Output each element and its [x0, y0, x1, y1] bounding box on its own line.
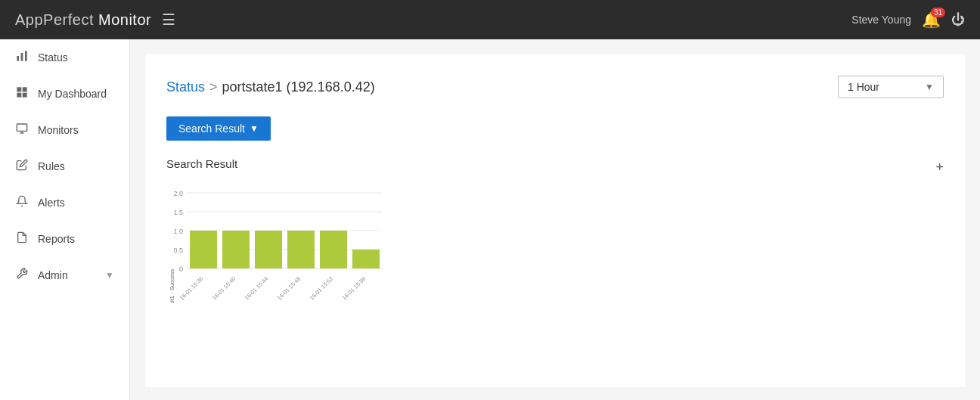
bar-6 [352, 250, 380, 268]
svg-text:16-01 15:36: 16-01 15:36 [178, 275, 205, 302]
dropdown-arrow-icon: ▼ [925, 82, 934, 92]
content-card: Status > portstate1 (192.168.0.42) 1 Hou… [145, 54, 965, 387]
bar-chart-icon [15, 50, 29, 65]
topbar-left: AppPerfect Monitor ☰ [15, 11, 175, 29]
svg-rect-2 [25, 51, 27, 60]
bar-4 [287, 231, 315, 268]
breadcrumb-separator: > [209, 79, 218, 95]
layout: Status My Dashboard Monitors Rules Alert [0, 39, 980, 400]
main-content: Status > portstate1 (192.168.0.42) 1 Hou… [130, 39, 980, 400]
wrench-icon [15, 268, 29, 283]
alerts-bell-icon [15, 195, 29, 210]
app-name-light: AppPerfect [15, 11, 98, 28]
sidebar-label-my-dashboard: My Dashboard [38, 88, 114, 100]
pencil-icon [15, 159, 29, 174]
svg-text:1.5: 1.5 [173, 209, 183, 216]
sidebar-label-alerts: Alerts [38, 197, 114, 209]
app-title: AppPerfect Monitor [15, 11, 151, 29]
sidebar-item-admin[interactable]: Admin ▼ [0, 257, 129, 293]
bar-2 [222, 231, 250, 268]
reports-icon [15, 231, 29, 247]
svg-text:16-01 15:52: 16-01 15:52 [309, 275, 335, 302]
svg-rect-5 [17, 93, 21, 98]
svg-text:Search Result1 - Success: Search Result1 - Success [169, 269, 175, 303]
breadcrumb-current: portstate1 (192.168.0.42) [222, 79, 375, 95]
svg-text:0.5: 0.5 [173, 247, 183, 254]
svg-text:0: 0 [179, 265, 183, 273]
chart-header: Search Result + [166, 157, 944, 178]
svg-rect-3 [17, 87, 21, 91]
bar-3 [255, 231, 282, 268]
notification-badge: 31 [931, 8, 945, 17]
topbar: AppPerfect Monitor ☰ Steve Young 🔔 31 ⏻ [0, 0, 980, 39]
svg-rect-6 [23, 93, 27, 98]
chart-container: 2.0 1.5 1.0 0.5 0 [166, 182, 408, 303]
time-selector-dropdown[interactable]: 1 Hour ▼ [838, 76, 944, 98]
sidebar: Status My Dashboard Monitors Rules Alert [0, 39, 130, 400]
chart-section: Search Result + 2.0 1.5 1.0 0.5 0 [166, 157, 944, 303]
sidebar-item-reports[interactable]: Reports [0, 221, 129, 257]
app-name-bold: Monitor [98, 11, 151, 28]
user-name: Steve Young [851, 14, 911, 26]
breadcrumb: Status > portstate1 (192.168.0.42) [166, 79, 375, 95]
bar-1 [190, 231, 217, 268]
bar-5 [320, 231, 347, 268]
sidebar-label-reports: Reports [38, 233, 114, 245]
sidebar-label-monitors: Monitors [38, 124, 114, 136]
dashboard-icon [15, 86, 29, 101]
sidebar-item-rules[interactable]: Rules [0, 148, 129, 184]
chevron-down-icon: ▼ [105, 270, 114, 281]
menu-icon[interactable]: ☰ [162, 11, 175, 29]
sidebar-item-my-dashboard[interactable]: My Dashboard [0, 76, 129, 112]
svg-rect-1 [21, 53, 23, 61]
search-result-btn-arrow: ▼ [250, 123, 259, 134]
power-icon[interactable]: ⏻ [951, 12, 965, 28]
sidebar-item-alerts[interactable]: Alerts [0, 184, 129, 221]
chart-expand-icon[interactable]: + [935, 160, 944, 175]
sidebar-label-admin: Admin [38, 269, 96, 281]
svg-rect-4 [23, 87, 27, 91]
svg-text:16-01 15:40: 16-01 15:40 [211, 275, 237, 302]
svg-text:16-01 15:56: 16-01 15:56 [341, 275, 368, 302]
search-result-btn-label: Search Result [178, 122, 245, 135]
notifications-button[interactable]: 🔔 31 [922, 11, 941, 29]
svg-rect-7 [17, 124, 26, 131]
svg-text:16-01 15:48: 16-01 15:48 [276, 275, 302, 302]
sidebar-item-status[interactable]: Status [0, 39, 129, 76]
time-selector-label: 1 Hour [848, 81, 879, 93]
svg-rect-0 [17, 56, 19, 61]
page-header: Status > portstate1 (192.168.0.42) 1 Hou… [166, 76, 944, 98]
breadcrumb-status-link[interactable]: Status [166, 79, 205, 95]
svg-text:1.0: 1.0 [173, 228, 183, 235]
search-result-button[interactable]: Search Result ▼ [166, 116, 271, 141]
sidebar-label-rules: Rules [38, 160, 114, 172]
chart-svg: 2.0 1.5 1.0 0.5 0 [166, 182, 408, 303]
topbar-right: Steve Young 🔔 31 ⏻ [851, 11, 965, 29]
chart-title: Search Result [166, 157, 237, 170]
svg-text:16-01 15:44: 16-01 15:44 [243, 275, 270, 302]
svg-text:2.0: 2.0 [173, 190, 183, 197]
monitor-icon [15, 122, 29, 138]
sidebar-label-status: Status [38, 51, 114, 64]
sidebar-item-monitors[interactable]: Monitors [0, 112, 129, 148]
